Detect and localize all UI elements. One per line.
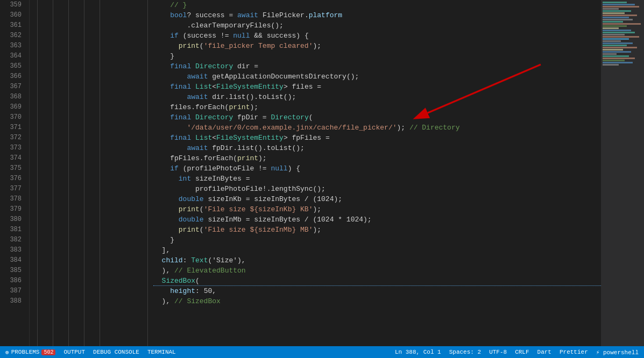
token: 'File size ${sizeInKb} KB' xyxy=(204,204,313,214)
status-terminal[interactable]: TERMINAL xyxy=(147,349,176,355)
token: : 50, xyxy=(195,286,216,296)
token xyxy=(153,163,170,174)
token xyxy=(153,194,179,204)
token: double xyxy=(179,214,204,225)
terminal-label: TERMINAL xyxy=(147,349,176,355)
line-number: 377 xyxy=(0,184,25,194)
line-number: 380 xyxy=(0,214,25,225)
code-line: } xyxy=(153,235,601,245)
line-number: 378 xyxy=(0,194,25,204)
token: print xyxy=(179,225,200,235)
token: < xyxy=(212,133,216,143)
code-line: fpFiles.forEach(print); xyxy=(153,153,601,163)
status-language[interactable]: Dart xyxy=(537,349,551,356)
status-spaces[interactable]: Spaces: 2 xyxy=(449,349,481,356)
output-label: OUTPUT xyxy=(63,349,85,355)
token: bool xyxy=(170,10,187,20)
code-line: ], xyxy=(153,245,601,255)
token: List xyxy=(195,133,212,143)
status-position[interactable]: Ln 388, Col 1 xyxy=(395,349,441,356)
code-content[interactable]: // } bool? success = await FilePicker.pl… xyxy=(148,0,601,346)
token: child xyxy=(162,255,183,266)
code-line: files.forEach(print); xyxy=(153,102,601,112)
code-line: ), // ElevatedButton xyxy=(153,266,601,276)
token: Text xyxy=(191,255,208,266)
code-line: child: Text('Size'), xyxy=(153,255,601,266)
token: // Directory xyxy=(409,123,460,133)
token xyxy=(153,71,187,82)
code-line: // } xyxy=(153,0,601,10)
token xyxy=(191,82,195,92)
line-number: 373 xyxy=(0,143,25,153)
status-formatter[interactable]: Prettier xyxy=(560,349,588,356)
token: print xyxy=(179,41,200,51)
line-number: 385 xyxy=(0,266,25,276)
code-line: print('file_picker Temp cleared'); xyxy=(153,41,601,51)
error-icon: ⊗ xyxy=(5,349,9,356)
token: final xyxy=(170,112,191,123)
token: await xyxy=(187,92,208,102)
line-number: 368 xyxy=(0,92,25,102)
status-encoding[interactable]: UTF-8 xyxy=(489,349,507,356)
line-number: 382 xyxy=(0,235,25,245)
token xyxy=(153,174,179,184)
token: (profilePhotoFile != xyxy=(179,163,271,174)
line-number: 365 xyxy=(0,61,25,71)
line-number: 387 xyxy=(0,286,25,296)
status-powershell[interactable]: ⚡ powershell xyxy=(596,349,639,356)
status-bar: ⊗ PROBLEMS 502 OUTPUT DEBUG CONSOLE TERM… xyxy=(0,346,644,358)
token: < xyxy=(212,82,216,92)
token xyxy=(191,112,195,123)
line-number: 386 xyxy=(0,276,25,286)
minimap[interactable] xyxy=(601,0,644,346)
token: final xyxy=(170,61,191,71)
code-line: if (success != null && success) { xyxy=(153,31,601,41)
token: 'File size ${sizeInMb} MB' xyxy=(204,225,313,235)
line-number: 361 xyxy=(0,20,25,31)
line-number: 379 xyxy=(0,204,25,214)
code-line: print('File size ${sizeInMb} MB'); xyxy=(153,225,601,235)
token: ); xyxy=(258,153,267,163)
code-line: '/data/user/0/com.example.jinx/cache/fil… xyxy=(153,123,601,133)
token: > files = xyxy=(284,82,321,92)
token: double xyxy=(179,194,204,204)
line-number: 363 xyxy=(0,41,25,51)
code-line: ), // SizedBox xyxy=(153,296,601,306)
token: } xyxy=(153,51,174,61)
token: } xyxy=(153,235,174,245)
token: null xyxy=(271,163,287,174)
token xyxy=(153,10,170,20)
token: List xyxy=(195,82,212,92)
status-right: Ln 388, Col 1 Spaces: 2 UTF-8 CRLF Dart … xyxy=(395,349,639,356)
code-line: final Directory dir = xyxy=(153,61,601,71)
code-line: final List<FileSystemEntity> fpFiles = xyxy=(153,133,601,143)
code-line: .clearTemporaryFiles(); xyxy=(153,20,601,31)
token: if xyxy=(170,163,179,174)
indent-guides xyxy=(30,0,148,346)
token xyxy=(153,286,170,296)
problems-label: PROBLEMS xyxy=(11,349,40,355)
code-area: 3593603613623633643653663673683693703713… xyxy=(0,0,644,346)
code-line: await dir.list().toList(); xyxy=(153,92,601,102)
problems-count: 502 xyxy=(41,349,55,355)
status-output[interactable]: OUTPUT xyxy=(63,349,85,355)
token: if xyxy=(170,31,179,41)
line-number: 375 xyxy=(0,163,25,174)
token: (success != xyxy=(179,31,233,41)
token: ( xyxy=(309,112,313,123)
code-line: height: 50, xyxy=(153,286,601,296)
token xyxy=(153,31,170,41)
status-debug-console[interactable]: DEBUG CONSOLE xyxy=(93,349,139,355)
token: Directory xyxy=(195,61,233,71)
token: dir = xyxy=(233,61,258,71)
code-line: SizedBox( xyxy=(153,276,601,286)
code-line: print('File size ${sizeInKb} KB'); xyxy=(153,204,601,214)
code-line: profilePhotoFile!.lengthSync(); xyxy=(153,184,601,194)
token: SizedBox xyxy=(162,276,195,286)
code-line: if (profilePhotoFile != null) { xyxy=(153,163,601,174)
line-number: 374 xyxy=(0,153,25,163)
code-line: double sizeInKb = sizeInBytes / (1024); xyxy=(153,194,601,204)
token: ], xyxy=(153,245,170,255)
status-eol[interactable]: CRLF xyxy=(515,349,529,356)
status-problems[interactable]: ⊗ PROBLEMS 502 xyxy=(5,349,55,356)
